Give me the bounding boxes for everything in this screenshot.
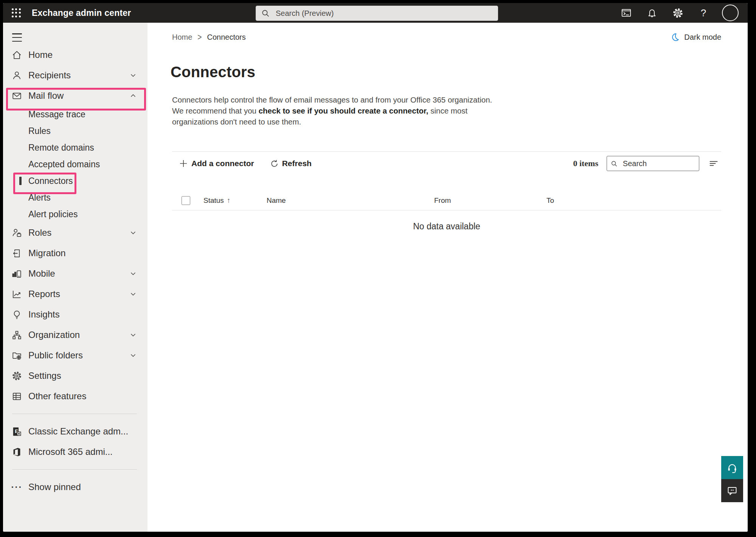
collapse-menu-icon[interactable] bbox=[12, 33, 22, 42]
ellipsis-icon: ··· bbox=[12, 482, 22, 492]
account-avatar[interactable] bbox=[722, 5, 739, 21]
chevron-down-icon bbox=[129, 270, 137, 277]
list-search[interactable] bbox=[607, 156, 699, 171]
app-launcher-icon[interactable] bbox=[11, 7, 22, 19]
column-header-status[interactable]: Status ↑ bbox=[203, 196, 230, 205]
list-search-input[interactable] bbox=[622, 159, 695, 168]
empty-table-message: No data available bbox=[172, 221, 721, 232]
microsoft-365-logo bbox=[12, 447, 22, 457]
exchange-logo: E bbox=[12, 426, 22, 437]
toolbar: Add a connector Refresh 0 items bbox=[172, 152, 721, 175]
app-title: Exchange admin center bbox=[32, 8, 131, 18]
lightbulb-icon bbox=[12, 310, 22, 320]
filter-icon[interactable] bbox=[706, 156, 721, 171]
cloud-shell-icon[interactable] bbox=[619, 6, 633, 20]
gear-icon bbox=[12, 371, 22, 381]
chevron-down-icon bbox=[129, 331, 137, 339]
sort-ascending-icon: ↑ bbox=[227, 196, 231, 205]
dark-mode-label: Dark mode bbox=[684, 33, 721, 42]
speech-bubble-icon bbox=[727, 485, 738, 497]
feedback-button[interactable] bbox=[721, 479, 743, 502]
person-icon bbox=[12, 70, 22, 81]
dark-mode-toggle[interactable]: Dark mode bbox=[671, 33, 721, 42]
global-search[interactable] bbox=[256, 6, 498, 21]
sidebar-item-remote-domains[interactable]: Remote domains bbox=[3, 139, 147, 156]
chevron-up-icon bbox=[129, 92, 137, 100]
sidebar-divider bbox=[12, 469, 137, 470]
table-icon bbox=[12, 391, 22, 402]
floating-action-buttons bbox=[721, 456, 743, 502]
search-icon bbox=[611, 160, 618, 168]
sidebar-item-show-pinned[interactable]: ··· Show pinned bbox=[3, 477, 147, 497]
chevron-down-icon bbox=[129, 72, 137, 79]
page-description: Connectors help control the flow of emai… bbox=[172, 94, 497, 127]
refresh-button[interactable]: Refresh bbox=[267, 157, 315, 170]
sidebar-item-insights[interactable]: Insights bbox=[3, 304, 147, 325]
sidebar-item-organization[interactable]: Organization bbox=[3, 325, 147, 345]
sidebar-item-microsoft-365-admin[interactable]: Microsoft 365 admi... bbox=[3, 442, 147, 462]
notifications-bell-icon[interactable] bbox=[645, 6, 659, 20]
sidebar-item-message-trace[interactable]: Message trace bbox=[3, 106, 147, 123]
sidebar-item-settings[interactable]: Settings bbox=[3, 366, 147, 386]
sidebar-nav: Home Recipients bbox=[3, 23, 147, 532]
sidebar-item-accepted-domains[interactable]: Accepted domains bbox=[3, 156, 147, 173]
plus-icon bbox=[179, 159, 188, 168]
breadcrumb-current: Connectors bbox=[207, 33, 245, 42]
settings-gear-icon[interactable] bbox=[671, 6, 685, 20]
home-icon bbox=[12, 50, 22, 60]
line-chart-icon bbox=[12, 289, 22, 299]
sidebar-item-alert-policies[interactable]: Alert policies bbox=[3, 206, 147, 223]
sidebar-item-classic-exchange-admin[interactable]: E Classic Exchange adm... bbox=[3, 421, 147, 442]
person-briefcase-icon bbox=[12, 228, 22, 238]
moon-icon bbox=[671, 33, 680, 42]
breadcrumb-home[interactable]: Home bbox=[172, 33, 192, 42]
select-all-checkbox[interactable] bbox=[182, 196, 190, 205]
breadcrumb-separator-icon: > bbox=[197, 32, 202, 42]
sidebar-item-public-folders[interactable]: Public folders bbox=[3, 345, 147, 366]
main-content: Home > Connectors Dark mode Connectors C… bbox=[147, 23, 748, 532]
exchange-admin-center-window: Exchange admin center bbox=[3, 3, 748, 532]
chevron-down-icon bbox=[129, 229, 137, 237]
sidebar-item-connectors[interactable]: Connectors bbox=[3, 173, 147, 189]
column-header-to[interactable]: To bbox=[546, 196, 554, 205]
mail-icon bbox=[12, 91, 22, 101]
refresh-icon bbox=[270, 159, 279, 168]
check-connector-link[interactable]: check to see if you should create a conn… bbox=[259, 106, 428, 115]
document-arrow-icon bbox=[12, 248, 22, 258]
add-connector-button[interactable]: Add a connector bbox=[176, 157, 257, 170]
top-bar-icons: ? bbox=[619, 5, 748, 21]
global-search-input[interactable] bbox=[275, 9, 492, 18]
selected-indicator bbox=[19, 177, 22, 185]
items-count: 0 items bbox=[573, 159, 598, 168]
sidebar-item-reports[interactable]: Reports bbox=[3, 284, 147, 304]
column-header-from[interactable]: From bbox=[434, 196, 451, 205]
column-header-name[interactable]: Name bbox=[267, 196, 286, 205]
sidebar-item-alerts[interactable]: Alerts bbox=[3, 189, 147, 206]
search-icon bbox=[261, 9, 270, 17]
top-bar: Exchange admin center bbox=[3, 3, 748, 23]
mobile-chart-icon bbox=[12, 269, 22, 279]
sidebar-item-other-features[interactable]: Other features bbox=[3, 386, 147, 406]
chevron-down-icon bbox=[129, 290, 137, 298]
body-row: Home Recipients bbox=[3, 23, 748, 532]
org-chart-icon bbox=[12, 330, 22, 340]
help-support-button[interactable] bbox=[721, 456, 743, 479]
sidebar-item-home[interactable]: Home bbox=[3, 45, 147, 65]
sidebar-item-mobile[interactable]: Mobile bbox=[3, 263, 147, 284]
sidebar-item-migration[interactable]: Migration bbox=[3, 243, 147, 263]
table-header-row: Status ↑ Name From To bbox=[172, 191, 721, 210]
breadcrumb: Home > Connectors Dark mode bbox=[172, 32, 721, 42]
help-icon[interactable]: ? bbox=[696, 6, 711, 20]
screenshot-frame: Exchange admin center bbox=[0, 0, 756, 537]
sidebar-divider bbox=[12, 414, 137, 414]
sidebar-item-mail-flow[interactable]: Mail flow bbox=[3, 86, 147, 106]
folder-globe-icon bbox=[12, 350, 22, 361]
chevron-down-icon bbox=[129, 352, 137, 359]
headset-icon bbox=[727, 462, 738, 473]
sidebar-item-roles[interactable]: Roles bbox=[3, 223, 147, 243]
sidebar-item-recipients[interactable]: Recipients bbox=[3, 65, 147, 86]
sidebar-item-rules[interactable]: Rules bbox=[3, 123, 147, 139]
page-title: Connectors bbox=[171, 64, 721, 81]
